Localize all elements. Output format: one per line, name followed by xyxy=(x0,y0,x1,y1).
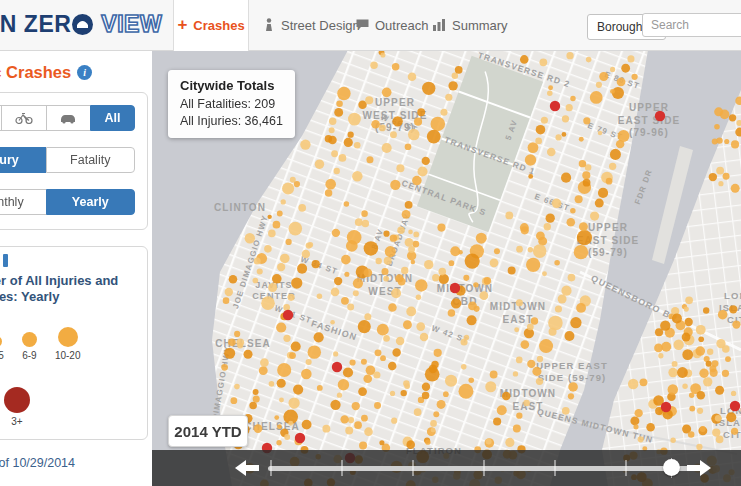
tab-outreach[interactable]: Outreach xyxy=(356,0,428,50)
period-monthly-button[interactable]: Monthly xyxy=(0,189,46,215)
legend-item: 3+ xyxy=(4,387,30,427)
type-injury-button[interactable]: Injury xyxy=(0,147,46,173)
mode-all-button[interactable]: All xyxy=(90,105,135,131)
legend-card: Number of All Injuries and Fatalities: Y… xyxy=(0,246,148,440)
timeline-tick xyxy=(412,460,414,476)
citywide-totals-title: Citywide Totals xyxy=(180,78,283,93)
logo-vision-zero-text: VISION ZER xyxy=(0,11,71,38)
timeline-bar xyxy=(152,450,741,486)
borough-dropdown-label: Borough xyxy=(597,20,642,34)
all-fatalities-total: All Fatalities: 209 xyxy=(180,96,283,113)
tab-summary[interactable]: Summary xyxy=(433,0,508,50)
timeline-tick xyxy=(483,460,485,476)
info-icon[interactable]: i xyxy=(77,65,92,80)
timeline-tick xyxy=(625,460,627,476)
citywide-totals-box: Citywide Totals All Fatalities: 209 All … xyxy=(168,70,295,138)
period-yearly-label: Yearly xyxy=(72,195,109,209)
legend-dot-label: 3+ xyxy=(11,416,22,427)
sidebar: Traffic Crashes i xyxy=(0,50,152,486)
legend-dot-icon xyxy=(22,332,37,347)
tab-street-design[interactable]: Street Design xyxy=(263,0,360,50)
logo-view-text: VIEW xyxy=(101,11,162,38)
timeline-handle[interactable] xyxy=(663,459,680,476)
tab-crashes-label: Crashes xyxy=(193,18,244,33)
mode-filter-group: All xyxy=(0,105,135,131)
period-yearly-button[interactable]: Yearly xyxy=(46,189,136,215)
timeline-tick xyxy=(341,460,343,476)
type-injury-label: Injury xyxy=(0,153,19,167)
tab-crashes[interactable]: + Crashes xyxy=(173,0,249,51)
type-fatality-label: Fatality xyxy=(70,153,110,167)
year-to-date-label[interactable]: 2014 YTD xyxy=(168,415,248,447)
legend-title-line2: Fatalities: Yearly xyxy=(0,289,135,305)
legend-dot-label: 6-9 xyxy=(22,350,36,361)
tab-summary-label: Summary xyxy=(452,18,508,33)
timeline-tick xyxy=(554,460,556,476)
legend-fatality-scale: 123+ xyxy=(0,387,135,427)
legend-dot-label: 10-20 xyxy=(55,350,81,361)
timeline-tick xyxy=(270,460,272,476)
legend-item: 3-5 xyxy=(0,336,4,361)
period-filter-group: Monthly Yearly xyxy=(0,189,135,215)
tab-outreach-label: Outreach xyxy=(375,18,428,33)
legend-item: 10-20 xyxy=(55,327,81,361)
bicycle-icon xyxy=(15,112,33,124)
plus-icon: + xyxy=(177,16,187,33)
legend-dot-icon xyxy=(58,327,78,347)
type-fatality-button[interactable]: Fatality xyxy=(46,147,136,173)
filters-card: All Injury Fatality Monthly Yearly xyxy=(0,92,148,230)
type-filter-group: Injury Fatality xyxy=(0,147,135,173)
tab-street-design-label: Street Design xyxy=(281,18,360,33)
vision-zero-view-app: UPPERWEST SIDE(59-79)UPPEREAST SIDE(79-9… xyxy=(0,0,741,486)
data-as-of-label: Data as of 10/29/2014 xyxy=(0,456,152,470)
app-header: VISION ZERVIEW + Crashes Street Design O… xyxy=(0,0,741,51)
crash-map[interactable]: UPPERWEST SIDE(59-79)UPPEREAST SIDE(79-9… xyxy=(152,50,741,486)
timeline-track[interactable] xyxy=(268,466,692,471)
legend-title-line1: Number of All Injuries and xyxy=(0,273,135,289)
legend-dot-label: 3-5 xyxy=(0,350,4,361)
legend-item: 6-9 xyxy=(22,332,37,361)
speech-bubble-icon xyxy=(356,19,369,31)
street-design-icon xyxy=(263,18,275,32)
timeline-next-arrow[interactable] xyxy=(686,459,712,477)
page-title: Traffic Crashes i xyxy=(0,63,152,82)
timeline-prev-arrow[interactable] xyxy=(234,459,260,477)
legend-dot-icon xyxy=(4,387,30,413)
legend-cutoff-fragment xyxy=(3,254,8,267)
period-monthly-label: Monthly xyxy=(0,195,24,209)
legend-dot-icon xyxy=(0,336,2,347)
mode-car-button[interactable] xyxy=(46,105,90,131)
mode-all-label: All xyxy=(104,111,120,125)
car-icon xyxy=(60,113,76,124)
search-input[interactable] xyxy=(642,13,741,37)
app-logo: VISION ZERVIEW xyxy=(0,11,162,38)
mode-bike-button[interactable] xyxy=(1,105,45,131)
page-title-text: Traffic Crashes xyxy=(0,63,71,82)
all-injuries-total: All Injuries: 36,461 xyxy=(180,113,283,130)
legend-injury-scale: 1-23-56-910-20 xyxy=(0,327,135,361)
bar-chart-icon xyxy=(433,19,446,31)
car-logo-icon xyxy=(72,14,93,35)
